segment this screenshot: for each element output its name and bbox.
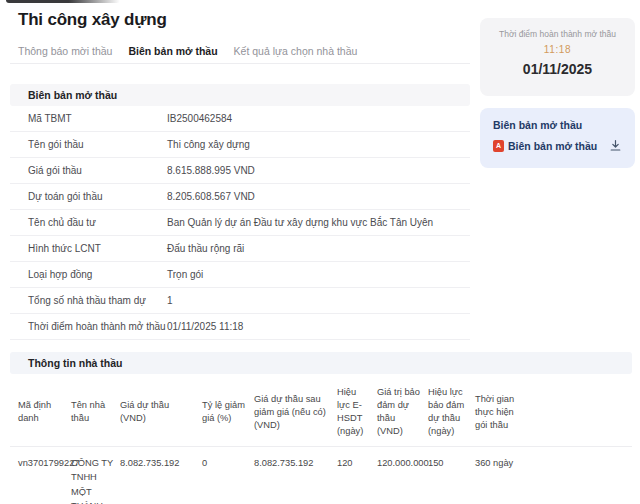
detail-label: Tên chủ đầu tư [28, 210, 167, 235]
download-icon [609, 139, 622, 152]
completion-time-card: Thời điểm hoàn thành mở thầu 11:18 01/11… [480, 18, 635, 96]
col-ma-dinh-danh: Mã định danh [10, 378, 71, 447]
tab-thong-bao-moi-thau[interactable]: Thông báo mời thầu [18, 45, 112, 57]
details-section-header: Biên bản mở thầu [10, 84, 470, 106]
tab-bar: Thông báo mời thầu Biên bản mở thầu Kết … [18, 45, 357, 57]
detail-label: Tên gói thầu [28, 132, 167, 157]
detail-row-ma-tbmt: Mã TBMT IB2500462584 [10, 106, 470, 132]
detail-label: Loại hợp đồng [28, 262, 167, 287]
bid-opening-details-section: Biên bản mở thầu Mã TBMT IB2500462584 Tê… [10, 84, 470, 340]
contractor-section-header: Thông tin nhà thầu [10, 352, 632, 374]
detail-value: Trọn gói [167, 262, 203, 287]
detail-value: Đấu thầu rộng rãi [167, 236, 244, 261]
cell-ma-dinh-danh: vn3701799227 [10, 447, 71, 504]
cell-ty-le-giam-gia: 0 [202, 447, 254, 504]
contractor-table: Mã định danh Tên nhà thầu Giá dự thầu (V… [10, 378, 632, 504]
detail-label: Hình thức LCNT [28, 236, 167, 261]
cell-hieu-luc-ehsdt: 120 [337, 447, 377, 504]
col-ty-le-giam-gia: Tỷ lệ giảm giá (%) [202, 378, 254, 447]
col-thoi-gian-thuc-hien: Thời gian thực hiện gói thầu [475, 378, 532, 447]
pdf-file-icon: A [493, 140, 504, 152]
col-gia-tri-bao-dam: Giá trị bảo đảm dự thầu (VND) [377, 378, 428, 447]
top-edge-artifact [6, 0, 120, 3]
detail-row-du-toan: Dự toán gói thầu 8.205.608.567 VND [10, 184, 470, 210]
detail-row-thoi-diem-hoan-thanh: Thời điểm hoàn thành mở thầu 01/11/2025 … [10, 314, 470, 340]
detail-row-gia-goi-thau: Giá gói thầu 8.615.888.995 VND [10, 158, 470, 184]
detail-label: Tổng số nhà thầu tham dự [28, 288, 167, 313]
col-ten-nha-thau: Tên nhà thầu [71, 378, 120, 447]
page-title: Thi công xây dựng [18, 10, 167, 30]
detail-label: Dự toán gói thầu [28, 184, 167, 209]
cell-ten-nha-thau: CÔNG TY TNHH MỘT THÀNH VIÊN XÂY DỰNG BÙI… [71, 447, 120, 504]
contractor-table-row[interactable]: vn3701799227 CÔNG TY TNHH MỘT THÀNH VIÊN… [10, 447, 632, 504]
detail-label: Mã TBMT [28, 106, 167, 131]
detail-value: Ban Quản lý dự án Đầu tư xây dựng khu vự… [167, 210, 433, 235]
detail-value: IB2500462584 [167, 106, 232, 131]
cell-gia-sau-giam-gia: 8.082.735.192 [254, 447, 337, 504]
col-gia-sau-giam-gia: Giá dự thầu sau giảm giá (nếu có) (VND) [254, 378, 337, 447]
completion-date-value: 01/11/2025 [480, 61, 635, 77]
cell-thoi-gian-thuc-hien: 360 ngày [475, 447, 532, 504]
detail-value: Thi công xây dựng [167, 132, 250, 157]
cell-gia-du-thau: 8.082.735.192 [120, 447, 202, 504]
detail-row-so-nha-thau: Tổng số nhà thầu tham dự 1 [10, 288, 470, 314]
cell-hieu-luc-bao-dam: 150 [428, 447, 475, 504]
completion-time-value: 11:18 [480, 44, 635, 55]
bid-record-document-card: Biên bản mở thầu A Biên bản mở thầu [480, 108, 635, 168]
document-card-title: Biên bản mở thầu [493, 119, 622, 131]
detail-row-chu-dau-tu: Tên chủ đầu tư Ban Quản lý dự án Đầu tư … [10, 210, 470, 236]
sidebar: Thời điểm hoàn thành mở thầu 11:18 01/11… [480, 18, 635, 168]
detail-row-loai-hop-dong: Loại hợp đồng Trọn gói [10, 262, 470, 288]
detail-label: Thời điểm hoàn thành mở thầu [28, 314, 167, 339]
detail-value: 01/11/2025 11:18 [167, 314, 243, 339]
table-header-row: Mã định danh Tên nhà thầu Giá dự thầu (V… [10, 378, 632, 447]
col-hieu-luc-ehsdt: Hiệu lực E-HSDT (ngày) [337, 378, 377, 447]
detail-row-hinh-thuc-lcnt: Hình thức LCNT Đấu thầu rộng rãi [10, 236, 470, 262]
contractor-info-section: Thông tin nhà thầu Mã định danh Tên nhà … [10, 352, 632, 504]
download-button[interactable] [609, 139, 622, 152]
tab-ket-qua-lua-chon[interactable]: Kết quả lựa chọn nhà thầu [234, 45, 358, 57]
document-file-link[interactable]: A Biên bản mở thầu [493, 139, 622, 152]
col-gia-du-thau: Giá dự thầu (VND) [120, 378, 202, 447]
detail-row-ten-goi-thau: Tên gói thầu Thi công xây dựng [10, 132, 470, 158]
completion-time-label: Thời điểm hoàn thành mở thầu [480, 29, 635, 39]
col-hieu-luc-bao-dam: Hiệu lực bảo đảm dự thầu (ngày) [428, 378, 475, 447]
tab-bien-ban-mo-thau[interactable]: Biên bản mở thầu [128, 45, 217, 57]
bid-record-page: Thi công xây dựng Thông báo mời thầu Biê… [0, 0, 640, 504]
detail-value: 8.615.888.995 VND [167, 158, 255, 183]
detail-value: 8.205.608.567 VND [167, 184, 255, 209]
cell-spacer [532, 447, 632, 504]
cell-gia-tri-bao-dam: 120.000.000 [377, 447, 428, 504]
document-file-label: Biên bản mở thầu [508, 140, 597, 152]
col-spacer [532, 378, 632, 447]
tabs-divider [10, 63, 470, 64]
detail-value: 1 [167, 288, 173, 313]
detail-label: Giá gói thầu [28, 158, 167, 183]
